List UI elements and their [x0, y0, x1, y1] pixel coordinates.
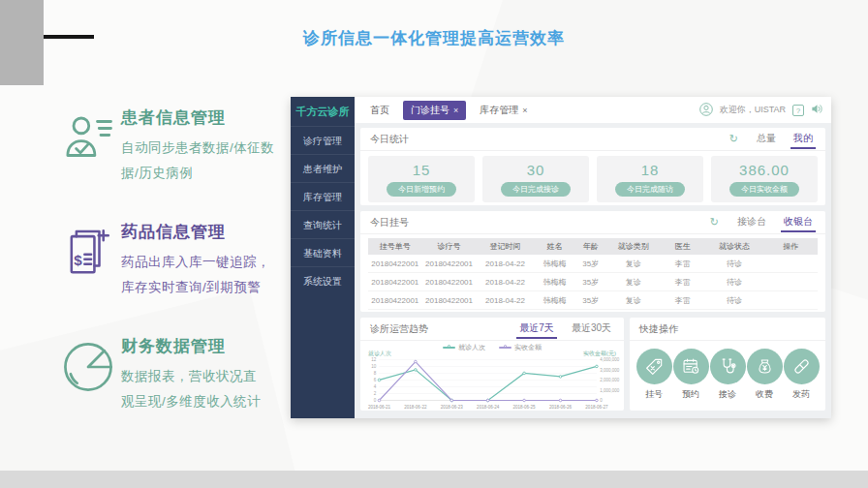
close-icon[interactable]: ×	[522, 106, 527, 115]
registrations-filter-1[interactable]: 收银台	[781, 212, 816, 232]
tab-label: 库存管理	[480, 104, 518, 117]
cell: 35岁	[574, 273, 605, 291]
stethoscope-icon[interactable]	[710, 349, 746, 384]
cell: 李雷	[661, 291, 705, 310]
today-registrations-panel: 今日挂号 ↻ 接诊台收银台 挂号单号诊疗号登记时间姓名年龄就诊类别医生就诊状态操…	[360, 211, 825, 312]
quick-action-1: 预约	[673, 349, 709, 401]
svg-text:4: 4	[374, 384, 377, 389]
table-row[interactable]: 20180422001201804220012018-04-22韩梅梅35岁复诊…	[368, 273, 818, 291]
calendar-icon[interactable]	[673, 349, 709, 384]
registrations-table: 挂号单号诊疗号登记时间姓名年龄就诊类别医生就诊状态操作2018042200120…	[368, 238, 818, 310]
feature-medicine-info: $ 药品信息管理 药品出库入库一键追踪， 库存实时查询/到期预警	[60, 221, 294, 300]
close-icon[interactable]: ×	[453, 106, 458, 115]
tab-1[interactable]: 门诊挂号×	[403, 101, 466, 120]
svg-text:2018-06-23: 2018-06-23	[441, 405, 464, 410]
cell: 韩梅梅	[535, 291, 575, 310]
stat-label-pill: 今日实收金额	[729, 182, 799, 197]
refresh-icon[interactable]: ↻	[729, 133, 738, 145]
legend-dot	[448, 345, 450, 348]
quick-actions-panel: 快捷操作 挂号预约接诊收费发药	[630, 318, 825, 411]
sidebar-item-2[interactable]: 库存管理	[291, 182, 355, 210]
refresh-icon[interactable]: ↻	[710, 216, 719, 229]
tab-2[interactable]: 库存管理×	[472, 101, 535, 120]
stats-title: 今日统计	[370, 133, 409, 146]
legend-label: 实收金额	[514, 343, 542, 352]
pie-chart-icon	[60, 339, 114, 395]
help-icon[interactable]: ?	[792, 105, 804, 116]
cell: 待诊	[705, 291, 763, 310]
cell: 待诊	[705, 273, 763, 291]
stats-filter-1[interactable]: 我的	[790, 129, 816, 149]
cell: 20180422001	[422, 273, 477, 291]
svg-text:0: 0	[600, 398, 603, 403]
tag-icon[interactable]	[636, 349, 672, 384]
cell	[763, 273, 818, 291]
feature-desc: 数据报表，营收状况直 观呈现/多维度收入统计	[121, 364, 294, 414]
table-row[interactable]: 20180422001201804220012018-04-22韩梅梅35岁复诊…	[368, 291, 818, 310]
legend-label: 就诊人次	[458, 343, 485, 352]
cell: 20180422001	[368, 255, 422, 273]
tab-0[interactable]: 首页	[362, 101, 397, 120]
cell: 李雷	[661, 255, 705, 273]
stat-card-3: 386.00今日实收金额	[711, 156, 818, 202]
col-header: 姓名	[535, 238, 575, 255]
svg-text:2018-06-27: 2018-06-27	[585, 405, 608, 410]
feature-title: 财务数据管理	[121, 335, 294, 357]
quick-action-2: 接诊	[710, 349, 746, 401]
stat-value: 30	[482, 162, 589, 178]
stat-card-2: 18今日完成随访	[597, 156, 703, 202]
tab-bar: 首页门诊挂号×库存管理× 欢迎你，UISTAR ?	[355, 97, 831, 123]
cell: 复诊	[606, 255, 661, 273]
legend-marker	[499, 347, 512, 349]
svg-text:10: 10	[371, 364, 377, 369]
slide-title: 诊所信息一体化管理提高运营效率	[0, 27, 868, 49]
sidebar-item-4[interactable]: 基础资料	[291, 238, 355, 266]
cell: 20180422001	[368, 291, 422, 310]
feature-patient-info: 患者信息管理 自动同步患者数据/体征数 据/历史病例	[60, 107, 294, 186]
sidebar-item-3[interactable]: 查询统计	[291, 210, 355, 238]
cell: 待诊	[705, 255, 763, 273]
sidebar-item-1[interactable]: 患者维护	[291, 154, 355, 182]
user-area: 欢迎你，UISTAR ?	[699, 103, 823, 118]
today-stats-panel: 今日统计 ↻ 总量我的 15今日新增预约30今日完成接诊18今日完成随访386.…	[360, 128, 825, 205]
sidebar-item-0[interactable]: 诊疗管理	[291, 126, 355, 154]
trend-title: 诊所运营趋势	[370, 322, 428, 336]
money-bag-icon[interactable]	[747, 349, 783, 384]
legend-item-1: 实收金额	[499, 343, 542, 352]
trend-panel: 诊所运营趋势 最近7天最近30天 就诊人次实收金额 就诊人次 实收金额(元) 1…	[360, 318, 624, 411]
col-header: 登记时间	[476, 238, 534, 255]
cell: 2018-04-22	[476, 291, 534, 310]
svg-text:2018-06-25: 2018-06-25	[513, 405, 537, 410]
stat-value: 386.00	[711, 162, 818, 178]
quick-actions-row: 挂号预约接诊收费发药	[630, 341, 825, 401]
stats-filter-0[interactable]: 总量	[754, 129, 779, 149]
stat-card-1: 30今日完成接诊	[482, 156, 589, 202]
slide: 诊所信息一体化管理提高运营效率 患者信息管理 自动同步患者数据/体征数 据/历史…	[0, 0, 868, 488]
sidebar-item-5[interactable]: 系统设置	[291, 266, 355, 294]
stat-card-0: 15今日新增预约	[368, 156, 475, 202]
col-header: 诊疗号	[422, 238, 477, 255]
trend-ranges: 最近7天最近30天	[505, 319, 614, 339]
feature-finance-data: 财务数据管理 数据报表，营收状况直 观呈现/多维度收入统计	[60, 335, 294, 414]
feature-desc: 自动同步患者数据/体征数 据/历史病例	[121, 136, 294, 186]
table-row[interactable]: 20180422001201804220012018-04-22韩梅梅35岁复诊…	[368, 255, 818, 273]
svg-text:8: 8	[374, 371, 377, 376]
col-header: 挂号单号	[368, 238, 422, 255]
app-logo: 千方云诊所	[291, 97, 355, 126]
speaker-icon[interactable]	[811, 103, 823, 117]
capsule-icon[interactable]	[784, 349, 820, 384]
avatar[interactable]	[699, 103, 713, 118]
cell	[763, 291, 818, 310]
stat-value: 18	[597, 162, 703, 178]
trend-range-1[interactable]: 最近30天	[569, 319, 614, 339]
trend-range-0[interactable]: 最近7天	[516, 319, 557, 339]
svg-text:2018-06-21: 2018-06-21	[368, 405, 391, 410]
registrations-filter-0[interactable]: 接诊台	[734, 212, 769, 232]
content-area: 今日统计 ↻ 总量我的 15今日新增预约30今日完成接诊18今日完成随访386.…	[355, 123, 831, 418]
welcome-text: 欢迎你，UISTAR	[720, 104, 786, 116]
cell: 复诊	[606, 291, 661, 310]
tab-label: 门诊挂号	[411, 104, 450, 117]
bottom-row: 诊所运营趋势 最近7天最近30天 就诊人次实收金额 就诊人次 实收金额(元) 1…	[360, 318, 825, 411]
cell: 韩梅梅	[535, 255, 575, 273]
feature-title: 药品信息管理	[121, 221, 294, 243]
